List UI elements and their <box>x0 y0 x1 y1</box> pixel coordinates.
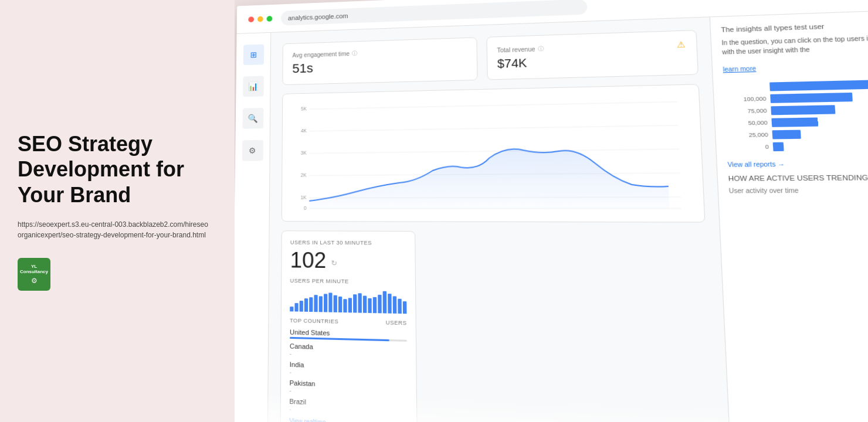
bar-8 <box>324 294 327 312</box>
bar-23 <box>398 299 402 314</box>
right-description: In the question, you can click on the to… <box>721 32 868 57</box>
engagement-value: 51s <box>292 56 466 76</box>
hbar-row-5: 25,000 <box>726 128 868 139</box>
bar-1 <box>290 307 293 311</box>
page-url[interactable]: https://seoexpert.s3.eu-central-003.back… <box>18 219 211 240</box>
bar-7 <box>319 296 323 312</box>
bottom-title: HOW ARE ACTIVE USERS TRENDING? <box>728 173 868 182</box>
bar-4 <box>304 298 308 312</box>
bar-13 <box>348 298 352 312</box>
users-in-last-label: USERS IN LAST 30 MINUTES <box>290 240 406 246</box>
svg-text:4K: 4K <box>301 127 307 134</box>
hbar-row-4: 50,000 <box>725 115 868 128</box>
line-chart-svg: 5K 4K 3K 2K 1K 0 25 <box>290 94 694 213</box>
revenue-card: Total revenue ⓘ ⚠ $74K <box>486 30 699 80</box>
engagement-card: Avg engagement time ⓘ 51s <box>282 37 477 85</box>
top-countries-header: TOP COUNTRIES USERS <box>290 318 407 326</box>
svg-text:04: 04 <box>618 211 624 213</box>
realtime-card: USERS IN LAST 30 MINUTES 102 ↻ USERS PER… <box>280 230 418 422</box>
warning-icon: ⚠ <box>677 39 686 49</box>
hbar-row-6: 0 <box>727 140 868 151</box>
svg-line-7 <box>310 125 679 131</box>
nav-explore-icon[interactable]: 🔍 <box>242 108 263 129</box>
bar-21 <box>388 294 392 314</box>
favicon-text: YL Consultancy <box>18 264 50 275</box>
hbar-row-3: 75,000 <box>725 103 868 116</box>
bar-5 <box>309 297 313 312</box>
svg-line-8 <box>309 149 679 153</box>
window-controls <box>248 16 272 22</box>
nav-settings-icon[interactable]: ⚙ <box>242 140 263 161</box>
analytics-right-panel: The insights all types test user In the … <box>710 9 868 422</box>
svg-text:Jun: Jun <box>628 211 638 213</box>
bottom-section: HOW ARE ACTIVE USERS TRENDING? User acti… <box>728 173 868 195</box>
analytics-panel: analytics.google.com ⊞ 📊 🔍 ⚙ Avg engagem… <box>232 0 868 422</box>
svg-line-6 <box>310 102 677 110</box>
country-row-br: Brazil - <box>289 397 408 417</box>
hbar-fill-2 <box>770 93 853 103</box>
per-minute-label: USERS PER MINUTE <box>290 278 406 285</box>
analytics-main: Avg engagement time ⓘ 51s Total revenue … <box>268 17 730 422</box>
hbar-fill-3 <box>771 105 835 115</box>
users-per-minute-chart <box>290 287 406 314</box>
maximize-dot <box>267 16 273 22</box>
svg-text:5K: 5K <box>301 106 307 112</box>
left-panel: SEO Strategy Development for Your Brand … <box>0 0 235 422</box>
realtime-user-count: 102 <box>290 248 327 274</box>
realtime-sync-icon: ↻ <box>331 259 337 268</box>
bar-20 <box>383 291 387 314</box>
svg-text:0: 0 <box>304 205 307 211</box>
bar-22 <box>393 296 397 314</box>
svg-text:3K: 3K <box>301 149 307 156</box>
nav-reports-icon[interactable]: 📊 <box>243 76 264 97</box>
right-section-title: The insights all types test user <box>721 19 868 33</box>
hbar-fill-6 <box>773 142 784 151</box>
favicon-icon: ⚙ <box>31 277 38 285</box>
bar-10 <box>334 295 337 312</box>
page-title: SEO Strategy Development for Your Brand <box>18 131 211 207</box>
view-all-reports-link[interactable]: View all reports → <box>727 159 868 168</box>
bar-3 <box>300 301 303 312</box>
bar-15 <box>358 293 361 313</box>
line-chart-card: 5K 4K 3K 2K 1K 0 25 <box>282 84 706 222</box>
analytics-content: ⊞ 📊 🔍 ⚙ Avg engagement time ⓘ 51s <box>232 9 868 422</box>
bottom-subtitle: User activity over time <box>728 186 868 195</box>
bar-24 <box>403 301 407 314</box>
bar-2 <box>294 303 298 312</box>
svg-text:26: 26 <box>499 211 505 213</box>
browser-url-bar[interactable]: analytics.google.com <box>281 0 588 25</box>
horizontal-bar-chart: 100,000 75,000 50,000 25,000 <box>724 79 868 152</box>
svg-text:1K: 1K <box>301 194 307 200</box>
country-row-in: India - <box>290 360 408 379</box>
nav-home-icon[interactable]: ⊞ <box>243 44 264 65</box>
revenue-info-icon: ⓘ <box>538 45 544 53</box>
bar-14 <box>353 294 357 312</box>
revenue-value: $74K <box>497 52 687 71</box>
close-dot <box>248 16 254 22</box>
svg-text:25: 25 <box>397 211 403 213</box>
info-icon: ⓘ <box>352 50 357 57</box>
bar-19 <box>378 295 382 314</box>
learn-more-link[interactable]: learn more <box>723 65 756 73</box>
country-row-pk: Pakistan - <box>289 379 407 399</box>
url-bar-text: analytics.google.com <box>288 12 348 21</box>
analytics-nav: ⊞ 📊 🔍 ⚙ <box>232 33 272 422</box>
bar-18 <box>373 297 377 313</box>
metrics-row: Avg engagement time ⓘ 51s Total revenue … <box>282 30 699 85</box>
analytics-background: analytics.google.com ⊞ 📊 🔍 ⚙ Avg engagem… <box>232 0 868 422</box>
bar-11 <box>338 297 342 312</box>
hbar-row-2: 100,000 <box>724 91 868 104</box>
hbar-fill-4 <box>771 117 818 127</box>
bar-16 <box>363 296 367 313</box>
svg-text:2K: 2K <box>301 172 307 178</box>
hbar-fill-1 <box>769 80 868 91</box>
hbar-row-1 <box>724 79 868 92</box>
hbar-fill-5 <box>772 130 801 139</box>
bar-6 <box>314 295 317 312</box>
bar-9 <box>328 292 332 312</box>
favicon: YL Consultancy ⚙ <box>18 258 50 291</box>
view-realtime-link[interactable]: View realtime → <box>289 417 408 422</box>
minimize-dot <box>257 16 263 22</box>
country-row-us: United States <box>290 328 407 342</box>
bar-12 <box>343 299 347 312</box>
